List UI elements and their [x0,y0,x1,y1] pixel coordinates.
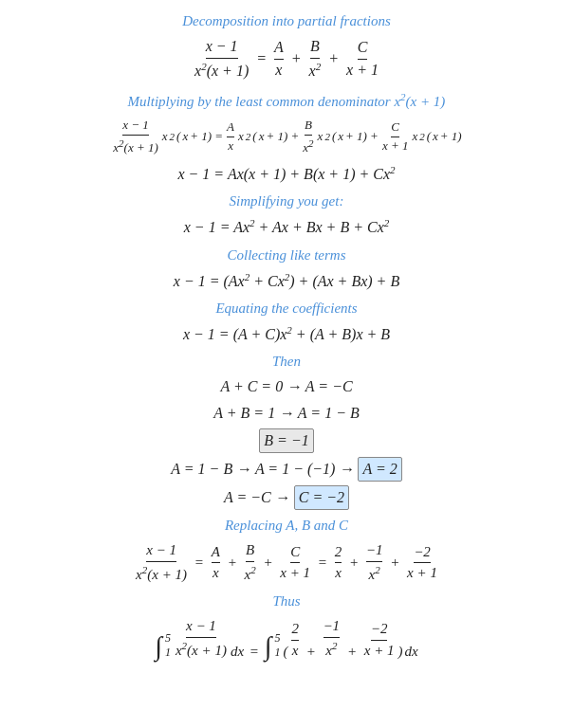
eq13-integral: ∫ 5 1 x − 1 x2(x + 1) dx = ∫ 5 1 ( 2 x +… [155,617,417,660]
eq12-replace: x − 1 x2(x + 1) = A x + B x2 + C x + 1 =… [134,541,439,584]
label-simplify: Simplifying you get: [230,193,344,209]
label-then: Then [272,354,301,370]
frac-A-over-x: A x [274,38,284,81]
label-collect: Collecting like terms [228,247,346,264]
frac-C-over-xp1: C x + 1 [346,38,379,81]
frac-x-1-over-x2xp1: x − 1 x2(x + 1) [194,37,249,82]
b-equals-neg1-box: B = −1 [259,428,313,453]
eq5: x − 1 = (Ax2 + Cx2) + (Ax + Bx) + B [174,269,399,293]
eq8: A + B = 1 → A = 1 − B [213,402,359,425]
frac-B-over-x2: B x2 [309,37,322,82]
eq6: x − 1 = (A + C)x2 + (A + B)x + B [183,322,390,346]
label-replace: Replacing A, B and C [225,518,348,534]
a-equals-2-box: A = 2 [358,457,401,482]
eq1: x − 1 x2(x + 1) = A x + B x2 + C x + 1 [193,37,380,82]
main-content: Decomposition into partial fractions x −… [5,9,568,662]
label-lcm: Multiplying by the least common denomina… [128,91,446,110]
c-equals-neg2-box: C = −2 [294,485,349,510]
label-equate: Equating the coefficients [215,300,357,317]
eq7: A + C = 0 → A = −C [220,375,352,398]
eq10: A = 1 − B → A = 1 − (−1) → A = 2 [171,457,401,482]
eq4: x − 1 = Ax2 + Ax + Bx + B + Cx2 [184,215,390,239]
eq11: A = −C → C = −2 [224,485,349,510]
eq3: x − 1 = Ax(x + 1) + B(x + 1) + Cx2 [177,162,395,186]
title-label: Decomposition into partial fractions [182,13,391,29]
label-thus: Thus [272,593,300,610]
eq2-wide: x − 1 x2(x + 1) x2(x + 1) = A x x2(x + 1… [111,118,461,156]
eq9-highlighted: B = −1 [259,428,313,453]
